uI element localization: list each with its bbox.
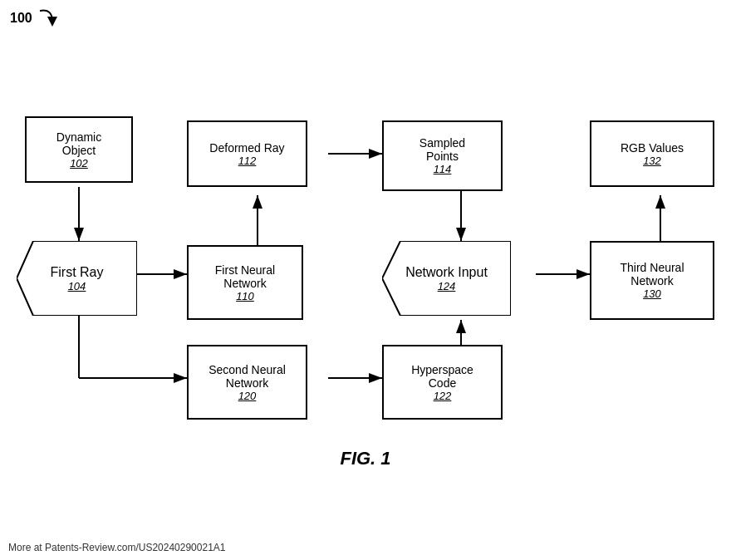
sampled-points-label: SampledPoints: [419, 136, 465, 163]
rgb-values-number: 132: [643, 155, 661, 167]
second-neural-network-node: Second NeuralNetwork 120: [187, 345, 307, 420]
first-ray-number: 104: [68, 280, 86, 292]
rgb-values-label: RGB Values: [621, 141, 684, 155]
network-input-number: 124: [438, 280, 456, 292]
first-nn-number: 110: [236, 290, 254, 302]
deformed-ray-number: 112: [238, 155, 257, 167]
first-ray-label: First Ray: [51, 265, 104, 280]
rgb-values-node: RGB Values 132: [590, 120, 714, 187]
first-ray-node: First Ray 104: [17, 241, 137, 316]
diagram: 100: [0, 0, 731, 515]
first-nn-label: First NeuralNetwork: [215, 263, 275, 290]
fig-label: FIG. 1: [340, 448, 390, 469]
hyperspace-code-number: 122: [434, 390, 452, 402]
first-neural-network-node: First NeuralNetwork 110: [187, 245, 303, 320]
second-nn-number: 120: [238, 390, 257, 402]
third-nn-number: 130: [643, 287, 661, 300]
dynamic-object-label: DynamicObject: [56, 130, 101, 157]
third-nn-label: Third NeuralNetwork: [620, 261, 684, 287]
deformed-ray-label: Deformed Ray: [209, 141, 284, 155]
network-input-label: Network Input: [405, 265, 488, 280]
deformed-ray-node: Deformed Ray 112: [187, 120, 307, 187]
dynamic-object-node: DynamicObject 102: [25, 116, 133, 183]
footer-text: More at Patents-Review.com/US20240290021…: [8, 542, 226, 553]
figure-number: 100: [10, 7, 61, 32]
hyperspace-code-label: HyperspaceCode: [411, 363, 473, 390]
third-neural-network-node: Third NeuralNetwork 130: [590, 241, 714, 320]
second-nn-label: Second NeuralNetwork: [209, 363, 286, 390]
network-input-node: Network Input 124: [382, 241, 511, 316]
sampled-points-node: SampledPoints 114: [382, 120, 503, 191]
dynamic-object-number: 102: [70, 157, 88, 169]
hyperspace-code-node: HyperspaceCode 122: [382, 345, 503, 420]
sampled-points-number: 114: [434, 163, 452, 175]
